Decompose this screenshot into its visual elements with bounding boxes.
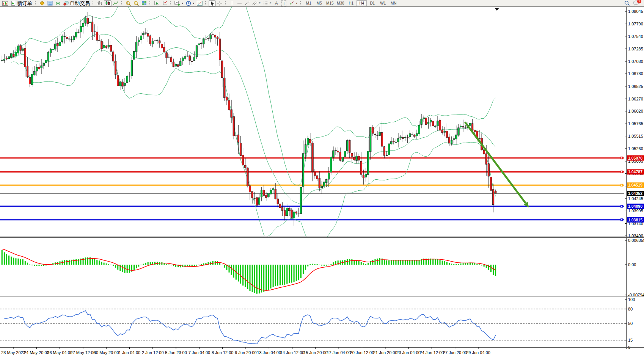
indicators-button[interactable]: ▾ bbox=[173, 0, 184, 6]
chart-canvas[interactable]: 0.0063590.00-0.00794910080501501.080451.… bbox=[0, 7, 644, 349]
macd-histogram-bar bbox=[432, 259, 434, 265]
candle-bear bbox=[319, 178, 320, 188]
equidistant-channel-tool[interactable]: E bbox=[251, 0, 262, 6]
chevron-down-icon: ▾ bbox=[193, 2, 194, 5]
candle-bear bbox=[439, 120, 441, 130]
crosshair-icon bbox=[217, 1, 222, 6]
macd-histogram-bar bbox=[238, 265, 239, 281]
candle-bull bbox=[129, 77, 130, 77]
candle-bull bbox=[300, 187, 302, 213]
candle-bull bbox=[85, 18, 86, 23]
candle-bull bbox=[15, 52, 17, 56]
text-tool[interactable]: A bbox=[273, 0, 280, 6]
signals-icon[interactable] bbox=[54, 0, 62, 6]
auto-scroll-button[interactable] bbox=[153, 0, 160, 6]
tf-h4-button[interactable]: H4 bbox=[357, 0, 367, 6]
crosshair-tool-button[interactable] bbox=[216, 0, 223, 6]
candle-bear bbox=[265, 195, 267, 198]
tf-mn-button[interactable]: MN bbox=[388, 0, 399, 6]
chart-window-icon[interactable] bbox=[1, 0, 9, 6]
candlestick-type-button[interactable] bbox=[104, 0, 112, 6]
candle-bull bbox=[89, 22, 91, 23]
bollinger-bands-layer bbox=[11, 7, 496, 243]
time-axis-label: 27 May 12:00 bbox=[71, 350, 96, 355]
macd-histogram-bar bbox=[416, 260, 417, 265]
candle-bull bbox=[71, 39, 72, 40]
chart-shift-button[interactable] bbox=[161, 0, 168, 6]
candle-bull bbox=[305, 144, 306, 154]
candle-bear bbox=[383, 147, 385, 155]
tile-windows-button[interactable] bbox=[140, 0, 148, 6]
candle-bear bbox=[471, 124, 473, 130]
fibonacci-tool[interactable]: F bbox=[262, 0, 272, 6]
candle-bear bbox=[101, 41, 103, 49]
zoom-out-button[interactable] bbox=[132, 0, 140, 6]
macd-histogram-bar bbox=[129, 265, 130, 273]
rsi-axis-label: 80 bbox=[628, 307, 633, 311]
trendline-tool[interactable] bbox=[243, 0, 251, 6]
bar-chart-type-button[interactable] bbox=[96, 0, 104, 6]
order-history-icon[interactable] bbox=[38, 0, 46, 6]
candle-bear bbox=[479, 138, 481, 139]
candle-bear bbox=[20, 45, 22, 50]
price-axis-label: 1.08045 bbox=[628, 9, 643, 14]
candle-bear bbox=[117, 75, 119, 86]
candle-bear bbox=[13, 54, 15, 56]
tf-d1-button[interactable]: D1 bbox=[367, 0, 377, 6]
candle-bear bbox=[145, 33, 147, 33]
vertical-line-tool[interactable] bbox=[228, 0, 236, 6]
tf-h1-button[interactable]: H1 bbox=[346, 0, 356, 6]
macd-histogram-bar bbox=[6, 254, 7, 265]
candle-bull bbox=[469, 123, 471, 125]
line-chart-type-button[interactable] bbox=[112, 0, 119, 6]
time-axis-label: 24 Jun 12:00 bbox=[420, 350, 444, 355]
hline-marker-dot bbox=[621, 171, 622, 173]
templates-button[interactable] bbox=[196, 0, 204, 6]
text-label-tool[interactable]: T bbox=[280, 0, 287, 6]
candle-bull bbox=[404, 137, 406, 138]
candle-bear bbox=[256, 198, 258, 205]
notifications-button[interactable]: 1 bbox=[633, 0, 640, 6]
candle-bull bbox=[261, 190, 262, 197]
macd-histogram-bar bbox=[347, 259, 348, 265]
tf-m5-button[interactable]: M5 bbox=[314, 0, 324, 6]
tf-w1-button[interactable]: W1 bbox=[378, 0, 388, 6]
search-icon[interactable] bbox=[624, 0, 630, 6]
macd-histogram-bar bbox=[201, 264, 202, 265]
macd-histogram-bar bbox=[351, 259, 352, 265]
tf-m1-button[interactable]: M1 bbox=[303, 0, 314, 6]
candle-bull bbox=[52, 49, 54, 50]
trend-arrow-object[interactable] bbox=[465, 122, 529, 207]
rsi-axis-label: 100 bbox=[628, 297, 635, 302]
horizontal-line-tool[interactable] bbox=[236, 0, 243, 6]
cursor-tool-button[interactable] bbox=[209, 0, 216, 6]
chevron-down-icon: ▾ bbox=[296, 2, 297, 5]
macd-histogram-bar bbox=[326, 265, 327, 266]
periods-button[interactable]: ▾ bbox=[185, 0, 195, 6]
candle-bull bbox=[435, 126, 437, 127]
candle-bull bbox=[335, 151, 337, 151]
new-order-button[interactable]: 新订单 bbox=[9, 0, 33, 6]
arrows-tool[interactable]: ▾ bbox=[288, 0, 298, 6]
zoom-in-button[interactable] bbox=[124, 0, 132, 6]
candle-bull bbox=[187, 56, 188, 56]
auto-trading-button[interactable]: 自动交易 bbox=[62, 0, 91, 6]
tile-windows-icon bbox=[141, 1, 147, 6]
candle-bear bbox=[224, 78, 226, 97]
macd-histogram-bar bbox=[446, 262, 448, 265]
time-axis-label: 21 Jun 20:00 bbox=[373, 350, 397, 355]
macd-histogram-bar bbox=[474, 263, 475, 265]
candle-bull bbox=[103, 45, 105, 48]
candle-bull bbox=[43, 63, 45, 66]
candle-bear bbox=[490, 177, 492, 191]
candle-bear bbox=[291, 210, 293, 218]
market-watch-icon[interactable] bbox=[46, 0, 54, 6]
macd-histogram-bar bbox=[277, 265, 278, 285]
tf-m30-button[interactable]: M30 bbox=[335, 0, 346, 6]
signals-glyph bbox=[55, 1, 61, 6]
candle-bear bbox=[240, 143, 242, 155]
candle-bull bbox=[409, 133, 411, 136]
macd-histogram-bar bbox=[361, 262, 362, 265]
candle-bear bbox=[159, 41, 160, 43]
tf-m15-button[interactable]: M15 bbox=[325, 0, 335, 6]
